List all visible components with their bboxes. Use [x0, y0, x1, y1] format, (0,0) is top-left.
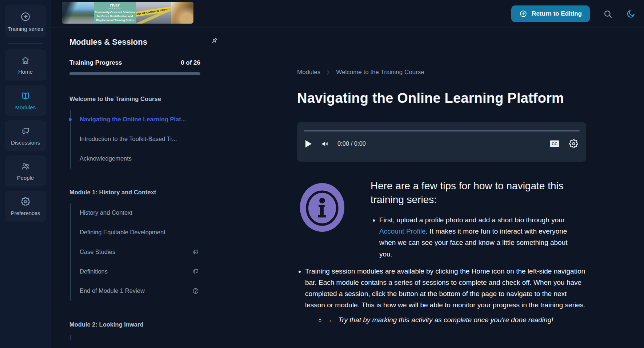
- sidebar-item-people[interactable]: People: [5, 155, 46, 186]
- back-label: Training series: [8, 26, 43, 32]
- progress-bar: [69, 72, 200, 75]
- breadcrumb-current[interactable]: Welcome to the Training Course: [336, 69, 424, 76]
- tips-list: First, upload a profile photo and add a …: [371, 214, 579, 260]
- player-controls: 0:00 / 0:00 CC: [297, 139, 586, 148]
- training-progress: Training Progress 0 of 26: [69, 59, 200, 66]
- search-button[interactable]: [603, 9, 613, 19]
- return-to-editing-button[interactable]: Return to Editing: [511, 5, 590, 22]
- player-settings-button[interactable]: [569, 139, 578, 148]
- course-banner-image: river NETWORK Community-Centered Solutio…: [62, 2, 193, 24]
- module-section-title: Module 1: History and Context: [69, 189, 200, 196]
- session-list: [70, 335, 200, 340]
- left-nav-rail: Training series Home Modules Discussions: [0, 0, 51, 348]
- sidebar-item-home[interactable]: Home: [5, 49, 46, 80]
- session-item[interactable]: End of Module 1 Review: [80, 281, 200, 301]
- session-item[interactable]: Definitions: [80, 262, 200, 282]
- tip-item-modules: Training session modules are available b…: [305, 266, 586, 326]
- rail-item-label: Discussions: [11, 139, 40, 146]
- banner-photo-gentrification: GENTRIFICATION IN PROGRESS: [136, 2, 171, 24]
- dark-mode-toggle[interactable]: [626, 9, 636, 19]
- info-icon: [297, 182, 347, 233]
- rail-item-label: People: [17, 175, 34, 181]
- current-session-dot: [69, 118, 72, 121]
- progress-count: 0 of 26: [181, 59, 200, 66]
- session-list: Navigating the Online Learning Plat... I…: [70, 110, 200, 169]
- time-display: 0:00 / 0:00: [337, 140, 366, 147]
- tips-heading: Here are a few tips for how to navigate …: [371, 179, 579, 206]
- module-section-title: Welcome to the Training Course: [69, 96, 200, 102]
- rail-divider: [8, 43, 43, 44]
- panel-title: Modules & Sessions: [69, 37, 200, 47]
- top-header: river NETWORK Community-Centered Solutio…: [51, 0, 644, 28]
- session-item[interactable]: Acknowledgements: [80, 149, 200, 169]
- arrow-right-glyph: →: [325, 316, 332, 324]
- page-title: Navigating the Online Learning Platform: [297, 90, 586, 106]
- sidebar-item-modules[interactable]: Modules: [5, 85, 46, 116]
- account-profile-link[interactable]: Account Profile: [379, 227, 426, 235]
- captions-button[interactable]: CC: [549, 140, 560, 147]
- pin-panel-button[interactable]: [209, 37, 219, 46]
- tips-list-continued: Training session modules are available b…: [297, 266, 586, 326]
- breadcrumb-modules[interactable]: Modules: [297, 69, 320, 76]
- breadcrumb: Modules Welcome to the Training Course: [297, 69, 586, 76]
- tip-item-profile: First, upload a profile photo and add a …: [379, 214, 579, 260]
- discussion-icon: [192, 249, 199, 255]
- session-item[interactable]: Defining Equitable Development: [80, 223, 200, 242]
- sidebar-item-discussions[interactable]: Discussions: [5, 120, 46, 151]
- rail-item-label: Home: [18, 69, 33, 75]
- lesson-content: Modules Welcome to the Training Course N…: [226, 28, 644, 348]
- people-icon: [21, 162, 30, 171]
- progress-label: Training Progress: [69, 59, 122, 66]
- quiz-question-icon: [192, 288, 199, 294]
- discussion-icon: [192, 268, 199, 275]
- modules-sessions-panel: Modules & Sessions Training Progress 0 o…: [51, 28, 226, 348]
- arrow-left-circle-icon: [20, 11, 31, 22]
- volume-button[interactable]: [321, 139, 329, 148]
- session-item[interactable]: Case Studies: [80, 242, 200, 262]
- book-open-icon: [21, 91, 30, 101]
- tip-subitem-mark-complete: →Try that by marking this activity as co…: [325, 314, 586, 325]
- audio-player: 0:00 / 0:00 CC: [297, 122, 586, 162]
- arrow-left-circle-icon: [519, 10, 527, 18]
- module-section-title: Module 2: Looking Inward: [69, 321, 200, 328]
- session-list: History and Context Defining Equitable D…: [70, 203, 200, 301]
- chat-bubbles-icon: [21, 126, 30, 136]
- gear-icon: [21, 197, 30, 206]
- sidebar-item-preferences[interactable]: Preferences: [5, 191, 46, 222]
- play-button[interactable]: [305, 140, 312, 148]
- session-item[interactable]: History and Context: [80, 203, 200, 223]
- banner-photo-riverwalk: [62, 2, 94, 24]
- chevron-right-icon: [325, 70, 331, 75]
- rail-item-label: Modules: [15, 104, 36, 110]
- river-network-logo: river: [110, 3, 120, 7]
- home-icon: [21, 56, 30, 65]
- seek-bar[interactable]: [304, 122, 580, 131]
- banner-title-panel: river NETWORK Community-Centered Solutio…: [94, 2, 136, 24]
- session-item[interactable]: Introduction to the Toolkit-Based Tr...: [80, 129, 200, 149]
- svg-text:CC: CC: [552, 142, 557, 146]
- banner-photo-meeting: [171, 2, 193, 24]
- back-to-training-series[interactable]: Training series: [5, 5, 46, 37]
- session-item-current[interactable]: Navigating the Online Learning Plat...: [80, 110, 200, 129]
- top-actions: Return to Editing: [511, 5, 636, 22]
- rail-item-label: Preferences: [11, 210, 40, 216]
